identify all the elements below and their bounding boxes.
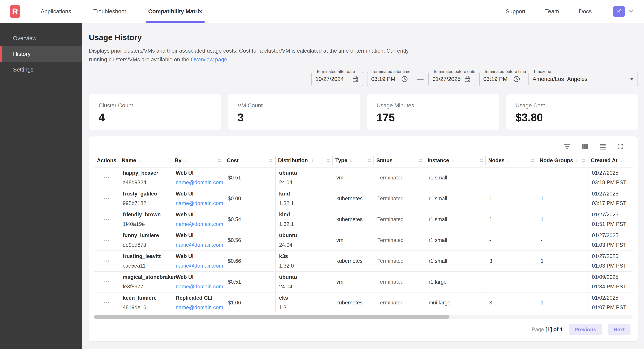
- email-link[interactable]: name@domain.com: [176, 221, 221, 227]
- created-at-cell: 01/27/202503:17 PM PST: [588, 188, 631, 209]
- email-link[interactable]: name@domain.com: [176, 242, 221, 248]
- timezone-select[interactable]: Timezone America/Los_Angeles: [528, 72, 638, 86]
- column-header-node-groups[interactable]: Node Groups↑↓=: [537, 154, 588, 167]
- column-header-type[interactable]: Type↑↓=: [332, 154, 374, 167]
- row-actions-cell: •••: [94, 272, 119, 292]
- name-cell: keen_lumiere4819de16: [119, 293, 172, 313]
- status-badge: Terminated: [378, 279, 422, 285]
- email-link[interactable]: name@domain.com: [176, 263, 221, 269]
- cost-cell: $0.51: [224, 167, 275, 188]
- fullscreen-icon[interactable]: [616, 143, 624, 150]
- sort-desc-icon[interactable]: ↓: [620, 157, 623, 164]
- terminated-before-date-input[interactable]: Terminated before date 01/27/2025: [428, 72, 475, 86]
- nav-link-docs[interactable]: Docs: [579, 8, 592, 15]
- by-cell: Web UIname@domain.com: [172, 188, 224, 209]
- row-actions-button[interactable]: •••: [104, 217, 110, 222]
- tab-compatibility-matrix[interactable]: Compatibility Matrix: [148, 0, 202, 23]
- account-menu[interactable]: K: [613, 6, 634, 17]
- sidebar: Overview History Settings: [0, 23, 82, 349]
- tab-applications[interactable]: Applications: [41, 0, 71, 23]
- filter-bar: Terminated after date 10/27/2024 Termina…: [89, 72, 638, 86]
- row-actions-button[interactable]: •••: [104, 259, 110, 264]
- column-header-name[interactable]: Name↑↓: [119, 154, 172, 167]
- column-header-cost[interactable]: Cost↑↓=: [224, 154, 275, 167]
- avatar[interactable]: K: [613, 6, 625, 17]
- previous-page-button[interactable]: Previous: [569, 324, 602, 335]
- sidebar-item-overview[interactable]: Overview: [0, 30, 82, 46]
- row-actions-cell: •••: [94, 293, 119, 313]
- pagination: Page [1] of 1 Previous Next: [89, 319, 638, 341]
- table-body: ••• happy_beavera48d9324 Web UIname@doma…: [94, 167, 632, 313]
- clock-icon[interactable]: [513, 75, 520, 83]
- column-resize-icon[interactable]: =: [218, 157, 221, 164]
- column-header-by[interactable]: By↑↓=: [172, 154, 224, 167]
- email-link[interactable]: name@domain.com: [176, 200, 221, 206]
- table-row: ••• friendly_brown1f40a19e Web UIname@do…: [94, 209, 632, 230]
- density-icon[interactable]: [599, 143, 606, 150]
- table-row: ••• magical_stonebrakerfe3f8977 Web UIna…: [94, 272, 632, 293]
- tab-troubleshoot[interactable]: Troubleshoot: [93, 0, 126, 23]
- horizontal-scrollbar-track[interactable]: [94, 315, 632, 319]
- created-at-cell: 01/27/202501:03 PM PST: [588, 251, 631, 271]
- calendar-icon[interactable]: [352, 75, 359, 83]
- top-nav: R Applications Troubleshoot Compatibilit…: [0, 0, 644, 23]
- column-header-created-at[interactable]: Created At↓: [588, 154, 631, 167]
- created-at-cell: 01/27/202503:18 PM PST: [588, 167, 631, 188]
- data-table: Actions Name↑↓ By↑↓= Cost↑↓= Distributio…: [94, 154, 632, 313]
- column-resize-icon[interactable]: =: [419, 157, 422, 164]
- sort-icon[interactable]: ↑↓: [310, 158, 313, 163]
- row-actions-button[interactable]: •••: [104, 175, 110, 180]
- row-actions-button[interactable]: •••: [104, 196, 110, 201]
- overview-page-link[interactable]: Overview page: [191, 56, 227, 62]
- sort-icon[interactable]: ↑↓: [184, 158, 186, 163]
- type-cell: vm: [332, 230, 374, 251]
- column-header-distribution[interactable]: Distribution↑↓=: [275, 154, 332, 167]
- column-resize-icon[interactable]: =: [326, 157, 330, 164]
- name-cell: trusting_leavittcae5ea11: [119, 251, 172, 271]
- terminated-after-time-input[interactable]: Terminated after time 03:19 PM: [367, 72, 412, 86]
- sort-icon[interactable]: ↑↓: [349, 158, 352, 163]
- nav-link-team[interactable]: Team: [545, 8, 559, 15]
- sort-icon[interactable]: ↑↓: [575, 158, 578, 163]
- sort-icon[interactable]: ↑↓: [451, 158, 454, 163]
- column-header-instance[interactable]: Instance↑↓=: [425, 154, 486, 167]
- column-resize-icon[interactable]: =: [480, 157, 483, 164]
- row-actions-button[interactable]: •••: [104, 280, 110, 284]
- column-resize-icon[interactable]: =: [269, 157, 272, 164]
- next-page-button[interactable]: Next: [608, 324, 630, 335]
- terminated-after-date-input[interactable]: Terminated after date 10/27/2024: [312, 72, 363, 86]
- nav-tabs: Applications Troubleshoot Compatibility …: [41, 0, 202, 23]
- row-actions-cell: •••: [94, 188, 119, 209]
- horizontal-scrollbar-thumb[interactable]: [94, 315, 450, 319]
- replicated-logo[interactable]: R: [10, 4, 20, 18]
- terminated-before-time-input[interactable]: Terminated before time 03:19 PM: [479, 72, 524, 86]
- sort-icon[interactable]: ↑↓: [395, 158, 398, 163]
- node-groups-cell: -: [537, 230, 588, 251]
- column-resize-icon[interactable]: =: [368, 157, 371, 164]
- column-header-nodes[interactable]: Nodes↑↓=: [486, 154, 537, 167]
- type-cell: vm: [332, 272, 374, 292]
- sort-icon[interactable]: ↑↓: [241, 158, 244, 163]
- node-groups-cell: 1: [537, 188, 588, 209]
- sidebar-item-history[interactable]: History: [0, 46, 82, 62]
- status-cell: Terminated: [374, 272, 425, 292]
- filter-icon[interactable]: [563, 143, 571, 150]
- email-link[interactable]: name@domain.com: [176, 179, 221, 186]
- columns-icon[interactable]: [581, 143, 589, 150]
- column-header-status[interactable]: Status↑↓=: [374, 154, 425, 167]
- calendar-icon[interactable]: [464, 75, 471, 83]
- email-link[interactable]: name@domain.com: [176, 305, 221, 311]
- distribution-cell: kind1.32.1: [275, 188, 332, 209]
- row-actions-button[interactable]: •••: [104, 300, 110, 305]
- nodes-cell: 3: [486, 251, 537, 271]
- column-resize-icon[interactable]: =: [531, 157, 534, 164]
- sort-icon[interactable]: ↑↓: [138, 158, 141, 163]
- chevron-down-icon[interactable]: [628, 8, 634, 15]
- sidebar-item-settings[interactable]: Settings: [0, 62, 82, 77]
- nav-link-support[interactable]: Support: [506, 8, 526, 15]
- column-resize-icon[interactable]: =: [582, 157, 586, 164]
- sort-icon[interactable]: ↑↓: [506, 158, 510, 163]
- clock-icon[interactable]: [401, 75, 408, 83]
- email-link[interactable]: name@domain.com: [176, 284, 221, 290]
- row-actions-button[interactable]: •••: [104, 238, 110, 243]
